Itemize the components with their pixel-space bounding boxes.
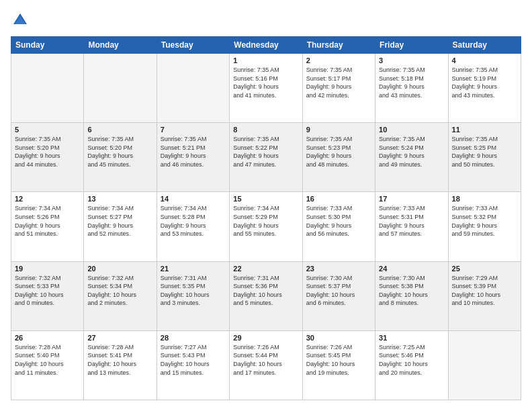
calendar-cell: 22Sunrise: 7:31 AM Sunset: 5:36 PM Dayli… bbox=[230, 261, 302, 330]
day-number: 5 bbox=[15, 126, 80, 134]
calendar-cell: 3Sunrise: 7:35 AM Sunset: 5:18 PM Daylig… bbox=[375, 54, 448, 123]
weekday-header-saturday: Saturday bbox=[448, 37, 521, 54]
calendar-cell: 26Sunrise: 7:28 AM Sunset: 5:40 PM Dayli… bbox=[11, 330, 84, 400]
page: SundayMondayTuesdayWednesdayThursdayFrid… bbox=[0, 0, 532, 411]
cell-text: Sunrise: 7:30 AM Sunset: 5:37 PM Dayligh… bbox=[306, 274, 371, 308]
cell-text: Sunrise: 7:35 AM Sunset: 5:20 PM Dayligh… bbox=[87, 135, 152, 169]
day-number: 25 bbox=[452, 265, 517, 273]
day-number: 9 bbox=[306, 126, 371, 134]
calendar-cell: 9Sunrise: 7:35 AM Sunset: 5:23 PM Daylig… bbox=[302, 123, 375, 192]
calendar-cell: 29Sunrise: 7:26 AM Sunset: 5:44 PM Dayli… bbox=[230, 330, 302, 400]
day-number: 26 bbox=[15, 334, 80, 342]
calendar-cell: 1Sunrise: 7:35 AM Sunset: 5:16 PM Daylig… bbox=[230, 54, 302, 123]
calendar-cell: 8Sunrise: 7:35 AM Sunset: 5:22 PM Daylig… bbox=[230, 123, 302, 192]
weekday-header-tuesday: Tuesday bbox=[157, 37, 229, 54]
cell-text: Sunrise: 7:35 AM Sunset: 5:22 PM Dayligh… bbox=[233, 135, 298, 169]
day-number: 23 bbox=[306, 265, 371, 273]
cell-text: Sunrise: 7:35 AM Sunset: 5:21 PM Dayligh… bbox=[161, 135, 226, 169]
calendar-cell: 28Sunrise: 7:27 AM Sunset: 5:43 PM Dayli… bbox=[157, 330, 229, 400]
calendar-cell bbox=[84, 54, 157, 123]
cell-text: Sunrise: 7:35 AM Sunset: 5:19 PM Dayligh… bbox=[452, 66, 517, 99]
weekday-header-monday: Monday bbox=[84, 37, 157, 54]
day-number: 24 bbox=[379, 265, 444, 273]
header bbox=[11, 11, 521, 30]
day-number: 4 bbox=[452, 56, 517, 64]
calendar-cell: 4Sunrise: 7:35 AM Sunset: 5:19 PM Daylig… bbox=[448, 54, 521, 123]
cell-text: Sunrise: 7:34 AM Sunset: 5:28 PM Dayligh… bbox=[161, 204, 226, 238]
calendar-cell: 31Sunrise: 7:25 AM Sunset: 5:46 PM Dayli… bbox=[375, 330, 448, 400]
cell-text: Sunrise: 7:35 AM Sunset: 5:20 PM Dayligh… bbox=[15, 135, 80, 169]
cell-text: Sunrise: 7:35 AM Sunset: 5:23 PM Dayligh… bbox=[306, 135, 371, 169]
calendar-cell: 12Sunrise: 7:34 AM Sunset: 5:26 PM Dayli… bbox=[11, 192, 84, 261]
calendar-cell: 2Sunrise: 7:35 AM Sunset: 5:17 PM Daylig… bbox=[302, 54, 375, 123]
day-number: 15 bbox=[233, 195, 298, 203]
day-number: 8 bbox=[233, 126, 298, 134]
day-number: 30 bbox=[306, 334, 371, 342]
cell-text: Sunrise: 7:25 AM Sunset: 5:46 PM Dayligh… bbox=[379, 343, 444, 377]
calendar-cell: 7Sunrise: 7:35 AM Sunset: 5:21 PM Daylig… bbox=[157, 123, 229, 192]
day-number: 27 bbox=[87, 334, 152, 342]
day-number: 19 bbox=[15, 265, 80, 273]
day-number: 16 bbox=[306, 195, 371, 203]
day-number: 20 bbox=[87, 265, 152, 273]
calendar-cell bbox=[11, 54, 84, 123]
calendar-cell: 11Sunrise: 7:35 AM Sunset: 5:25 PM Dayli… bbox=[448, 123, 521, 192]
day-number: 17 bbox=[379, 195, 444, 203]
weekday-header-wednesday: Wednesday bbox=[230, 37, 302, 54]
cell-text: Sunrise: 7:34 AM Sunset: 5:29 PM Dayligh… bbox=[233, 204, 298, 238]
calendar-cell: 18Sunrise: 7:33 AM Sunset: 5:32 PM Dayli… bbox=[448, 192, 521, 261]
calendar-cell: 5Sunrise: 7:35 AM Sunset: 5:20 PM Daylig… bbox=[11, 123, 84, 192]
calendar-cell: 16Sunrise: 7:33 AM Sunset: 5:30 PM Dayli… bbox=[302, 192, 375, 261]
cell-text: Sunrise: 7:35 AM Sunset: 5:24 PM Dayligh… bbox=[379, 135, 444, 169]
cell-text: Sunrise: 7:28 AM Sunset: 5:40 PM Dayligh… bbox=[15, 343, 80, 377]
calendar-cell: 27Sunrise: 7:28 AM Sunset: 5:41 PM Dayli… bbox=[84, 330, 157, 400]
calendar-cell bbox=[448, 330, 521, 400]
cell-text: Sunrise: 7:27 AM Sunset: 5:43 PM Dayligh… bbox=[161, 343, 226, 377]
cell-text: Sunrise: 7:34 AM Sunset: 5:27 PM Dayligh… bbox=[87, 204, 152, 238]
cell-text: Sunrise: 7:33 AM Sunset: 5:32 PM Dayligh… bbox=[452, 204, 517, 238]
logo-icon bbox=[11, 11, 30, 30]
day-number: 7 bbox=[161, 126, 226, 134]
day-number: 1 bbox=[233, 56, 298, 64]
calendar-cell: 24Sunrise: 7:30 AM Sunset: 5:38 PM Dayli… bbox=[375, 261, 448, 330]
cell-text: Sunrise: 7:31 AM Sunset: 5:36 PM Dayligh… bbox=[233, 274, 298, 308]
calendar-cell: 20Sunrise: 7:32 AM Sunset: 5:34 PM Dayli… bbox=[84, 261, 157, 330]
day-number: 29 bbox=[233, 334, 298, 342]
cell-text: Sunrise: 7:32 AM Sunset: 5:33 PM Dayligh… bbox=[15, 274, 80, 308]
cell-text: Sunrise: 7:33 AM Sunset: 5:31 PM Dayligh… bbox=[379, 204, 444, 238]
calendar-cell: 23Sunrise: 7:30 AM Sunset: 5:37 PM Dayli… bbox=[302, 261, 375, 330]
calendar-cell: 14Sunrise: 7:34 AM Sunset: 5:28 PM Dayli… bbox=[157, 192, 229, 261]
cell-text: Sunrise: 7:31 AM Sunset: 5:35 PM Dayligh… bbox=[161, 274, 226, 308]
weekday-header-sunday: Sunday bbox=[11, 37, 84, 54]
calendar-cell: 6Sunrise: 7:35 AM Sunset: 5:20 PM Daylig… bbox=[84, 123, 157, 192]
calendar-cell: 25Sunrise: 7:29 AM Sunset: 5:39 PM Dayli… bbox=[448, 261, 521, 330]
day-number: 11 bbox=[452, 126, 517, 134]
cell-text: Sunrise: 7:30 AM Sunset: 5:38 PM Dayligh… bbox=[379, 274, 444, 308]
day-number: 6 bbox=[87, 126, 152, 134]
day-number: 13 bbox=[87, 195, 152, 203]
day-number: 31 bbox=[379, 334, 444, 342]
cell-text: Sunrise: 7:35 AM Sunset: 5:25 PM Dayligh… bbox=[452, 135, 517, 169]
cell-text: Sunrise: 7:35 AM Sunset: 5:16 PM Dayligh… bbox=[233, 66, 298, 99]
day-number: 3 bbox=[379, 56, 444, 64]
calendar-cell: 21Sunrise: 7:31 AM Sunset: 5:35 PM Dayli… bbox=[157, 261, 229, 330]
calendar-cell: 17Sunrise: 7:33 AM Sunset: 5:31 PM Dayli… bbox=[375, 192, 448, 261]
cell-text: Sunrise: 7:33 AM Sunset: 5:30 PM Dayligh… bbox=[306, 204, 371, 238]
day-number: 2 bbox=[306, 56, 371, 64]
calendar-cell: 30Sunrise: 7:26 AM Sunset: 5:45 PM Dayli… bbox=[302, 330, 375, 400]
cell-text: Sunrise: 7:29 AM Sunset: 5:39 PM Dayligh… bbox=[452, 274, 517, 308]
day-number: 12 bbox=[15, 195, 80, 203]
calendar-cell: 13Sunrise: 7:34 AM Sunset: 5:27 PM Dayli… bbox=[84, 192, 157, 261]
day-number: 10 bbox=[379, 126, 444, 134]
cell-text: Sunrise: 7:35 AM Sunset: 5:17 PM Dayligh… bbox=[306, 66, 371, 99]
weekday-header-friday: Friday bbox=[375, 37, 448, 54]
cell-text: Sunrise: 7:26 AM Sunset: 5:44 PM Dayligh… bbox=[233, 343, 298, 377]
weekday-header-thursday: Thursday bbox=[302, 37, 375, 54]
day-number: 14 bbox=[161, 195, 226, 203]
calendar-cell bbox=[157, 54, 229, 123]
calendar-cell: 19Sunrise: 7:32 AM Sunset: 5:33 PM Dayli… bbox=[11, 261, 84, 330]
day-number: 22 bbox=[233, 265, 298, 273]
day-number: 21 bbox=[161, 265, 226, 273]
calendar-table: SundayMondayTuesdayWednesdayThursdayFrid… bbox=[11, 36, 521, 400]
cell-text: Sunrise: 7:35 AM Sunset: 5:18 PM Dayligh… bbox=[379, 66, 444, 99]
